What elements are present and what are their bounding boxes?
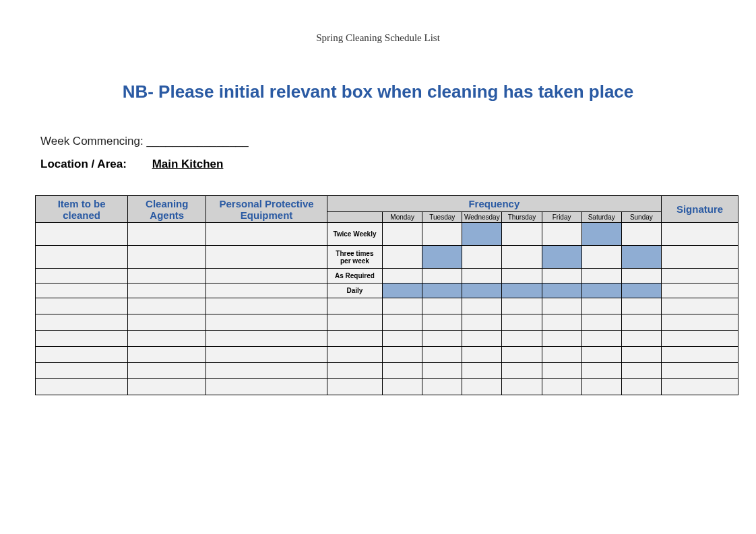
cell-signature[interactable] — [661, 331, 738, 347]
cell-signature[interactable] — [661, 298, 738, 314]
cell-freq-label[interactable]: As Required — [327, 269, 382, 283]
cell-agents[interactable] — [128, 246, 206, 269]
cell-day-2[interactable] — [462, 331, 502, 347]
cell-day-5[interactable] — [581, 331, 621, 347]
cell-agents[interactable] — [128, 379, 206, 395]
cell-ppe[interactable] — [206, 363, 327, 379]
cell-ppe[interactable] — [206, 298, 327, 314]
cell-day-6[interactable] — [621, 298, 661, 314]
cell-agents[interactable] — [128, 298, 206, 314]
cell-day-0[interactable] — [383, 363, 422, 379]
cell-signature[interactable] — [661, 246, 738, 269]
cell-agents[interactable] — [128, 283, 206, 298]
cell-freq-label[interactable] — [327, 363, 382, 379]
cell-day-3[interactable] — [502, 363, 542, 379]
cell-day-6[interactable] — [621, 331, 661, 347]
cell-day-6[interactable] — [621, 379, 661, 395]
cell-ppe[interactable] — [206, 246, 327, 269]
cell-day-0[interactable] — [383, 347, 422, 363]
cell-signature[interactable] — [661, 223, 738, 246]
cell-day-1[interactable] — [422, 269, 462, 283]
cell-day-0[interactable] — [383, 314, 422, 331]
cell-item[interactable] — [36, 298, 128, 314]
cell-day-2[interactable] — [462, 298, 502, 314]
cell-day-1[interactable] — [422, 347, 462, 363]
cell-day-1[interactable] — [422, 379, 462, 395]
cell-day-4[interactable] — [542, 298, 581, 314]
cell-item[interactable] — [36, 269, 128, 283]
cell-day-5[interactable] — [581, 347, 621, 363]
cell-day-3[interactable] — [502, 283, 542, 298]
cell-day-6[interactable] — [621, 283, 661, 298]
cell-freq-label[interactable]: Daily — [327, 283, 382, 298]
cell-day-2[interactable] — [462, 283, 502, 298]
cell-day-0[interactable] — [383, 379, 422, 395]
cell-day-1[interactable] — [422, 363, 462, 379]
cell-day-3[interactable] — [502, 298, 542, 314]
cell-ppe[interactable] — [206, 269, 327, 283]
cell-day-4[interactable] — [542, 269, 581, 283]
cell-signature[interactable] — [661, 314, 738, 331]
cell-day-4[interactable] — [542, 246, 581, 269]
cell-agents[interactable] — [128, 314, 206, 331]
cell-ppe[interactable] — [206, 283, 327, 298]
cell-day-4[interactable] — [542, 223, 581, 246]
cell-freq-label[interactable] — [327, 298, 382, 314]
cell-signature[interactable] — [661, 363, 738, 379]
cell-freq-label[interactable] — [327, 331, 382, 347]
cell-day-2[interactable] — [462, 347, 502, 363]
cell-day-2[interactable] — [462, 363, 502, 379]
cell-day-1[interactable] — [422, 298, 462, 314]
cell-day-0[interactable] — [383, 298, 422, 314]
cell-day-5[interactable] — [581, 246, 621, 269]
cell-day-5[interactable] — [581, 298, 621, 314]
cell-day-1[interactable] — [422, 283, 462, 298]
cell-signature[interactable] — [661, 347, 738, 363]
cell-freq-label[interactable] — [327, 314, 382, 331]
cell-ppe[interactable] — [206, 347, 327, 363]
cell-day-5[interactable] — [581, 314, 621, 331]
cell-freq-label[interactable] — [327, 379, 382, 395]
cell-day-0[interactable] — [383, 283, 422, 298]
cell-day-4[interactable] — [542, 283, 581, 298]
cell-day-3[interactable] — [502, 246, 542, 269]
cell-agents[interactable] — [128, 223, 206, 246]
cell-day-1[interactable] — [422, 223, 462, 246]
cell-day-2[interactable] — [462, 269, 502, 283]
cell-day-6[interactable] — [621, 347, 661, 363]
cell-day-0[interactable] — [383, 246, 422, 269]
cell-ppe[interactable] — [206, 331, 327, 347]
cell-agents[interactable] — [128, 347, 206, 363]
cell-item[interactable] — [36, 223, 128, 246]
cell-day-0[interactable] — [383, 223, 422, 246]
cell-day-1[interactable] — [422, 331, 462, 347]
cell-day-2[interactable] — [462, 314, 502, 331]
cell-day-5[interactable] — [581, 269, 621, 283]
cell-day-3[interactable] — [502, 331, 542, 347]
cell-signature[interactable] — [661, 379, 738, 395]
cell-day-6[interactable] — [621, 363, 661, 379]
cell-item[interactable] — [36, 314, 128, 331]
cell-day-6[interactable] — [621, 223, 661, 246]
cell-day-4[interactable] — [542, 379, 581, 395]
cell-day-6[interactable] — [621, 314, 661, 331]
cell-freq-label[interactable]: Three times per week — [327, 246, 382, 269]
cell-day-1[interactable] — [422, 314, 462, 331]
cell-item[interactable] — [36, 246, 128, 269]
cell-freq-label[interactable]: Twice Weekly — [327, 223, 382, 246]
cell-ppe[interactable] — [206, 223, 327, 246]
cell-day-3[interactable] — [502, 347, 542, 363]
cell-signature[interactable] — [661, 269, 738, 283]
cell-signature[interactable] — [661, 283, 738, 298]
cell-item[interactable] — [36, 363, 128, 379]
cell-agents[interactable] — [128, 363, 206, 379]
cell-day-6[interactable] — [621, 246, 661, 269]
cell-day-3[interactable] — [502, 379, 542, 395]
cell-ppe[interactable] — [206, 379, 327, 395]
cell-day-4[interactable] — [542, 331, 581, 347]
cell-agents[interactable] — [128, 269, 206, 283]
cell-day-4[interactable] — [542, 314, 581, 331]
cell-ppe[interactable] — [206, 314, 327, 331]
cell-day-3[interactable] — [502, 314, 542, 331]
cell-day-0[interactable] — [383, 331, 422, 347]
